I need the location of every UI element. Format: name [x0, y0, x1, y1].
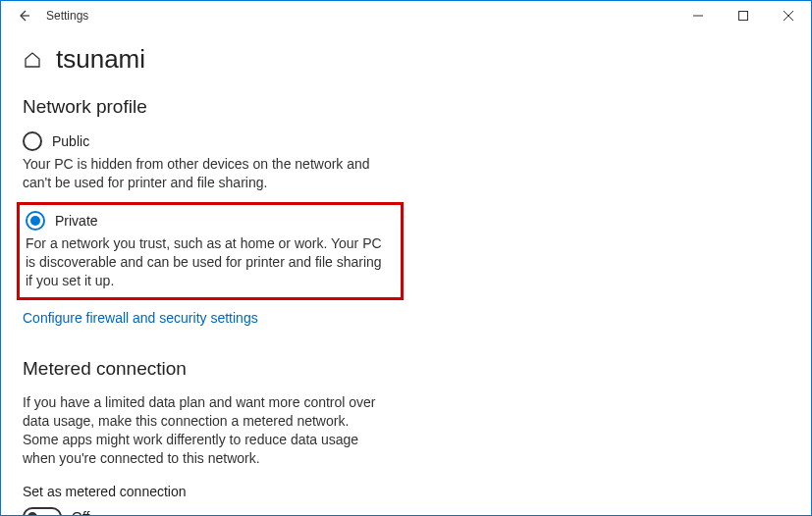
radio-private-description: For a network you trust, such as at home… [26, 234, 389, 290]
metered-toggle[interactable] [23, 507, 62, 516]
minimize-icon [693, 11, 703, 21]
page-header: tsunami [23, 44, 789, 75]
metered-description: If you have a limited data plan and want… [23, 393, 386, 468]
radio-public-description: Your PC is hidden from other devices on … [23, 155, 386, 192]
maximize-icon [738, 11, 748, 21]
radio-option-public[interactable]: Public Your PC is hidden from other devi… [23, 131, 386, 192]
radio-private[interactable] [26, 211, 45, 231]
metered-heading: Metered connection [23, 358, 789, 380]
close-icon [784, 11, 793, 21]
arrow-left-icon [16, 8, 31, 24]
minimize-button[interactable] [676, 1, 721, 30]
network-profile-heading: Network profile [23, 96, 789, 118]
window-controls [676, 1, 811, 30]
page-title: tsunami [56, 44, 145, 75]
configure-firewall-link[interactable]: Configure firewall and security settings [23, 310, 258, 326]
radio-public-label: Public [52, 133, 89, 149]
titlebar: Settings [1, 1, 811, 30]
radio-private-label: Private [55, 213, 98, 229]
maximize-button[interactable] [721, 1, 766, 30]
close-button[interactable] [766, 1, 811, 30]
home-icon[interactable] [23, 50, 42, 70]
app-title: Settings [46, 9, 88, 23]
metered-toggle-state: Off [72, 509, 89, 516]
metered-toggle-row: Off [23, 507, 789, 516]
radio-public[interactable] [23, 131, 42, 151]
svg-rect-1 [739, 12, 748, 21]
back-button[interactable] [9, 1, 38, 30]
radio-option-private[interactable]: Private For a network you trust, such as… [26, 211, 389, 290]
content-area: tsunami Network profile Public Your PC i… [1, 30, 811, 516]
highlighted-private-option: Private For a network you trust, such as… [17, 202, 404, 301]
metered-toggle-label: Set as metered connection [23, 484, 789, 499]
